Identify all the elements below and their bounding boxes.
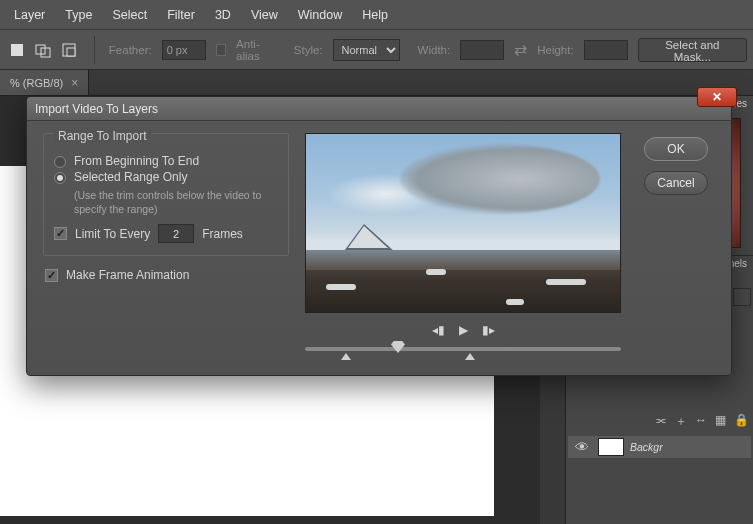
limit-label: Limit To Every [75, 227, 150, 241]
menu-3d[interactable]: 3D [205, 2, 241, 28]
dialog-title: Import Video To Layers [35, 102, 158, 116]
dialog-left-column: Range To Import From Beginning To End Se… [43, 133, 289, 363]
play-button[interactable]: ▶ [459, 323, 468, 337]
frames-label: Frames [202, 227, 243, 241]
selection-mode-icons [6, 39, 80, 61]
arrow-icon[interactable]: ↔ [695, 413, 707, 430]
radio-from-beginning[interactable]: From Beginning To End [54, 154, 278, 168]
cancel-button[interactable]: Cancel [644, 171, 708, 195]
menu-layer[interactable]: Layer [4, 2, 55, 28]
document-tab-label: % (RGB/8) [10, 77, 63, 89]
main-menu-bar: Layer Type Select Filter 3D View Window … [0, 0, 753, 30]
add-selection-icon[interactable] [32, 39, 54, 61]
style-label: Style: [294, 44, 323, 56]
height-label: Height: [537, 44, 573, 56]
width-input [460, 40, 504, 60]
lock-icon[interactable]: 🔒 [734, 413, 749, 430]
dialog-buttons: OK Cancel [637, 133, 715, 363]
limit-every-row: Limit To Every Frames [54, 224, 278, 243]
radio-icon [54, 156, 66, 168]
prev-frame-button[interactable]: ◂▮ [432, 323, 445, 337]
radio-label: From Beginning To End [74, 154, 199, 168]
document-tabs: % (RGB/8) × [0, 70, 753, 96]
import-video-dialog: Import Video To Layers ✕ Range To Import… [26, 96, 732, 376]
swap-dimensions-icon: ⇄ [514, 40, 527, 59]
range-hint: (Use the trim controls below the video t… [74, 188, 278, 216]
feather-label: Feather: [109, 44, 152, 56]
anti-alias-label: Anti-alias [236, 38, 276, 62]
slider-track [305, 347, 621, 351]
ok-button[interactable]: OK [644, 137, 708, 161]
trim-in-marker[interactable] [341, 353, 351, 360]
new-selection-icon[interactable] [6, 39, 28, 61]
limit-frames-input[interactable] [158, 224, 194, 243]
limit-checkbox[interactable] [54, 227, 67, 240]
svg-rect-4 [67, 48, 75, 56]
separator [94, 36, 95, 64]
transport-controls: ◂▮ ▶ ▮▸ [432, 323, 495, 337]
menu-select[interactable]: Select [102, 2, 157, 28]
menu-help[interactable]: Help [352, 2, 398, 28]
svg-rect-0 [11, 44, 23, 56]
make-animation-row: Make Frame Animation [43, 268, 289, 282]
layer-thumbnail[interactable] [598, 438, 624, 456]
style-select[interactable]: Normal [333, 39, 400, 61]
background-layer-row[interactable]: 👁 Backgr [568, 436, 751, 458]
radio-selected-range[interactable]: Selected Range Only [54, 170, 278, 184]
trim-slider[interactable] [305, 341, 621, 357]
anti-alias-checkbox [216, 44, 226, 56]
close-tab-icon[interactable]: × [71, 76, 78, 90]
visibility-eye-icon[interactable]: 👁 [572, 439, 592, 455]
make-animation-label: Make Frame Animation [66, 268, 189, 282]
plus-icon[interactable]: ＋ [675, 413, 687, 430]
radio-icon [54, 172, 66, 184]
panel-menu-icon[interactable] [733, 288, 751, 306]
range-to-import-group: Range To Import From Beginning To End Se… [43, 133, 289, 256]
video-preview[interactable] [305, 133, 621, 313]
select-and-mask-button[interactable]: Select and Mask... [638, 38, 747, 62]
feather-input[interactable] [162, 40, 206, 60]
document-tab[interactable]: % (RGB/8) × [0, 70, 89, 95]
range-legend: Range To Import [54, 129, 151, 143]
dialog-close-button[interactable]: ✕ [697, 87, 737, 107]
radio-label: Selected Range Only [74, 170, 187, 184]
dialog-titlebar[interactable]: Import Video To Layers ✕ [27, 97, 731, 121]
subtract-selection-icon[interactable] [58, 39, 80, 61]
fill-icon[interactable]: ▦ [715, 413, 726, 430]
menu-view[interactable]: View [241, 2, 288, 28]
width-label: Width: [418, 44, 451, 56]
menu-filter[interactable]: Filter [157, 2, 205, 28]
trim-out-marker[interactable] [465, 353, 475, 360]
close-icon: ✕ [712, 90, 722, 104]
layer-name: Backgr [630, 441, 663, 453]
playhead-thumb[interactable] [391, 341, 405, 353]
make-animation-checkbox[interactable] [45, 269, 58, 282]
menu-type[interactable]: Type [55, 2, 102, 28]
menu-window[interactable]: Window [288, 2, 352, 28]
options-bar: Feather: Anti-alias Style: Normal Width:… [0, 30, 753, 70]
next-frame-button[interactable]: ▮▸ [482, 323, 495, 337]
layer-lock-icons: ⫘ ＋ ↔ ▦ 🔒 [655, 413, 749, 430]
dialog-center-column: ◂▮ ▶ ▮▸ [305, 133, 621, 363]
link-icon[interactable]: ⫘ [655, 413, 667, 430]
height-input [584, 40, 628, 60]
